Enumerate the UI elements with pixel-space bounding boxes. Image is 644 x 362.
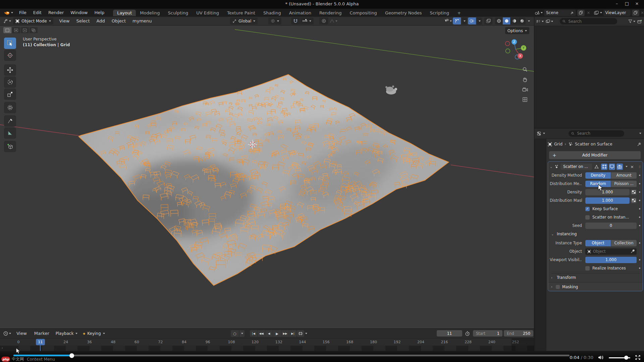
tool-measure[interactable]	[4, 127, 16, 139]
timeline-menu-view[interactable]: View	[13, 329, 30, 338]
start-frame-field[interactable]: Start1	[473, 330, 502, 337]
modifier-close-button[interactable]: ×	[630, 164, 634, 169]
volume-knob[interactable]	[624, 356, 628, 360]
section-masking[interactable]: › Masking	[548, 282, 643, 291]
shading-solid-button[interactable]	[503, 17, 510, 24]
tool-add-cube[interactable]	[4, 141, 16, 152]
tool-annotate[interactable]	[4, 115, 16, 127]
tool-rotate[interactable]	[4, 76, 16, 88]
timeline-menu-marker[interactable]: Marker	[31, 329, 53, 338]
tab-shading[interactable]: Shading	[259, 10, 285, 16]
gizmos-dropdown[interactable]	[462, 17, 467, 24]
shading-material-button[interactable]	[511, 17, 518, 24]
modifier-extras-dropdown[interactable]	[624, 166, 629, 167]
animate-dot[interactable]	[639, 175, 640, 176]
zoom-viewport-button[interactable]	[521, 65, 529, 74]
shading-wireframe-button[interactable]	[495, 17, 502, 24]
scene-copy-button[interactable]	[577, 10, 585, 16]
auto-keying-toggle[interactable]: ○	[231, 330, 239, 337]
section-expand-icon[interactable]: ›	[551, 276, 554, 280]
tool-cursor[interactable]	[4, 50, 16, 61]
instance-type-collection[interactable]: Collection	[611, 240, 637, 246]
preview-range-dropdown[interactable]	[305, 333, 307, 334]
speaker-icon[interactable]	[598, 355, 604, 360]
blender-logo-icon[interactable]	[0, 10, 16, 15]
view3d-menu-view[interactable]: View	[56, 17, 73, 25]
end-frame-field[interactable]: End250	[504, 330, 533, 337]
menu-render[interactable]: Render	[45, 9, 67, 17]
realize-instances-checkbox[interactable]	[585, 266, 590, 270]
tab-modeling[interactable]: Modeling	[136, 10, 164, 16]
options-button[interactable]: Options	[505, 27, 529, 34]
timeline-editor-icon[interactable]	[2, 331, 12, 336]
playback-dropdown[interactable]: Playback	[53, 330, 80, 337]
snap-toggle[interactable]	[291, 17, 300, 24]
select-mode-subtract[interactable]	[21, 27, 29, 33]
modifier-on-cage-toggle[interactable]	[593, 164, 600, 170]
pan-viewport-button[interactable]	[521, 75, 529, 84]
tab-scripting[interactable]: Scripting	[426, 10, 453, 16]
section-expand-icon[interactable]: ›	[551, 285, 554, 289]
prev-keyframe-button[interactable]: ◀◀	[258, 330, 265, 337]
outliner-filter-dropdown[interactable]	[628, 19, 635, 23]
maximize-button[interactable]: □	[622, 1, 632, 6]
view3d-menu-mymenu[interactable]: mymenu	[129, 17, 155, 25]
scene-type-icon[interactable]	[535, 11, 543, 15]
eyedropper-icon[interactable]	[631, 249, 635, 253]
density-method-amount[interactable]: Amount	[611, 172, 637, 179]
play-button[interactable]: ▶	[273, 330, 281, 337]
player-progress-knob[interactable]	[69, 353, 74, 358]
current-frame-field[interactable]: 11	[437, 330, 462, 337]
scene-name-field[interactable]: Scene	[544, 10, 576, 16]
tab-sculpting[interactable]: Sculpting	[164, 10, 192, 16]
snap-settings-dropdown[interactable]	[300, 17, 314, 24]
animate-dot[interactable]	[639, 217, 640, 218]
tab-layout[interactable]: Layout	[113, 10, 136, 16]
timeline-ruler[interactable]: 0243648607284961081201321441561681801922…	[0, 338, 534, 346]
orientation-dropdown[interactable]: Global	[230, 17, 258, 24]
animate-dot[interactable]	[639, 267, 640, 269]
minimize-button[interactable]: –	[612, 1, 622, 6]
modifier-name-field[interactable]: Scatter on ...	[560, 164, 592, 170]
close-button[interactable]: ×	[632, 1, 642, 6]
animate-dot[interactable]	[639, 191, 640, 193]
tab-geometry-nodes[interactable]: Geometry Nodes	[381, 10, 426, 16]
properties-search-input[interactable]	[577, 131, 622, 136]
outliner-search[interactable]	[560, 18, 617, 24]
preview-range-toggle[interactable]	[297, 330, 304, 337]
animate-dot[interactable]	[639, 183, 640, 184]
camera-view-button[interactable]	[521, 85, 529, 94]
gizmos-toggle[interactable]	[453, 17, 461, 24]
player-progress-track[interactable]	[13, 355, 570, 356]
select-mode-new[interactable]	[3, 27, 11, 33]
tool-transform[interactable]	[4, 102, 16, 113]
distribution-poisson[interactable]: Poisson ...	[611, 181, 637, 187]
menu-file[interactable]: File	[16, 9, 30, 17]
view3d-menu-add[interactable]: Add	[93, 17, 108, 25]
modifier-viewport-toggle[interactable]	[609, 164, 615, 170]
view3d-menu-object[interactable]: Object	[108, 17, 129, 25]
volume-slider[interactable]	[609, 355, 630, 360]
suzanne-object[interactable]	[385, 85, 397, 95]
add-workspace-button[interactable]: +	[453, 10, 465, 16]
tool-select-box[interactable]	[4, 38, 16, 49]
proportional-editing-toggle[interactable]	[319, 17, 328, 24]
instance-type-object[interactable]: Object	[585, 240, 611, 246]
viewlayer-type-icon[interactable]	[594, 11, 602, 15]
fullscreen-icon[interactable]	[635, 355, 641, 360]
next-keyframe-button[interactable]: ▶▶	[281, 330, 289, 337]
tab-texture-paint[interactable]: Texture Paint	[223, 10, 259, 16]
tab-uv-editing[interactable]: UV Editing	[192, 10, 223, 16]
menu-edit[interactable]: Edit	[30, 9, 45, 17]
timeline-strip[interactable]: ›	[0, 346, 534, 351]
editor-type-icon[interactable]	[0, 19, 13, 23]
mode-dropdown[interactable]: Object Mode	[13, 17, 53, 24]
viewport-visibility-slider[interactable]: 1.000	[585, 257, 637, 263]
breadcrumb-modifier[interactable]: Scatter on Surface	[575, 142, 612, 146]
animate-dot[interactable]	[639, 225, 640, 226]
animate-dot[interactable]	[639, 200, 640, 201]
properties-search[interactable]	[569, 130, 624, 137]
play-reverse-button[interactable]: ◀	[265, 330, 273, 337]
new-collection-button[interactable]	[637, 19, 642, 23]
modifier-render-toggle[interactable]	[616, 164, 623, 170]
